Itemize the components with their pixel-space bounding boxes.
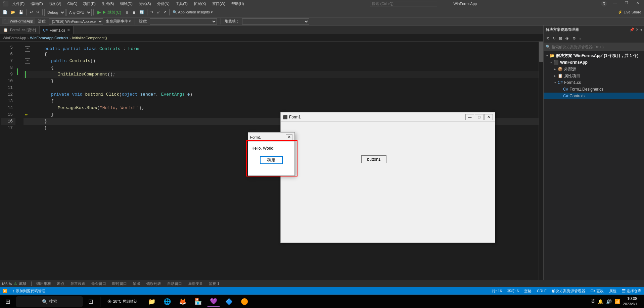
se-sync-button[interactable]: ⟲ bbox=[545, 36, 551, 41]
live-share-button[interactable]: ⚡ Live Share bbox=[616, 9, 643, 15]
taskbar-vs[interactable]: 💜 bbox=[207, 296, 220, 307]
taskbar-store[interactable]: 🏪 bbox=[192, 296, 204, 307]
taskview-button[interactable]: ⊡ bbox=[86, 296, 96, 307]
taskbar-clock[interactable]: 10:08 2023/9/1 bbox=[623, 296, 637, 307]
tree-item-form1-designer[interactable]: C# Form1.Designer.cs bbox=[544, 86, 644, 93]
stack-dropdown[interactable] bbox=[242, 18, 309, 24]
git-changes-status[interactable]: Git 更改 bbox=[591, 289, 604, 294]
thread-dropdown[interactable] bbox=[150, 18, 217, 24]
pause-button[interactable]: ⏸ bbox=[124, 10, 130, 15]
collapse-12[interactable]: — bbox=[25, 92, 30, 97]
step-out-button[interactable]: ↗ bbox=[162, 9, 168, 15]
platform-dropdown[interactable]: Any CPU bbox=[66, 9, 92, 16]
se-expand-icon[interactable]: ◂ bbox=[640, 28, 642, 32]
add-to-source-label[interactable]: ↑ 添加到源代码管理… bbox=[13, 289, 49, 294]
bottom-tab-breakpoints[interactable]: 断点 bbox=[54, 280, 67, 287]
bottom-tab-exceptions[interactable]: 异常设置 bbox=[68, 280, 88, 287]
tree-item-properties[interactable]: ▸ 📋 属性项目 bbox=[544, 72, 644, 79]
taskbar-firefox[interactable]: 🦊 bbox=[176, 296, 189, 307]
collapse-7[interactable]: — bbox=[25, 58, 30, 64]
close-button[interactable]: ✕ bbox=[634, 1, 641, 7]
msgbox-ok-button[interactable]: 确定 bbox=[260, 156, 283, 164]
se-refresh-button[interactable]: ↻ bbox=[551, 36, 557, 41]
restore-button[interactable]: ❐ bbox=[623, 1, 630, 7]
menu-view[interactable]: 视图(V) bbox=[47, 1, 63, 7]
form1-button1[interactable]: button1 bbox=[361, 155, 386, 163]
show-desktop-icon[interactable] bbox=[640, 297, 641, 307]
menu-help[interactable]: 帮助(H) bbox=[229, 1, 246, 7]
search-button[interactable]: 🔍 搜索 bbox=[16, 296, 83, 307]
se-show-all-button[interactable]: 👁 bbox=[564, 36, 570, 41]
tree-item-controls[interactable]: C# Controls bbox=[544, 93, 644, 99]
step-into-button[interactable]: ↙ bbox=[155, 9, 161, 15]
network-icon[interactable]: 📶 bbox=[614, 299, 620, 304]
taskbar-vscode[interactable]: 🔷 bbox=[223, 296, 235, 307]
form1-maximize-button[interactable]: □ bbox=[475, 114, 484, 120]
menu-git[interactable]: Git(G) bbox=[65, 1, 79, 6]
notification-icon[interactable]: 🔔 bbox=[598, 299, 603, 304]
open-file-button[interactable]: 📂 bbox=[9, 9, 17, 15]
tree-item-external-deps[interactable]: ▸ 📦 外部源 bbox=[544, 66, 644, 72]
volume-icon[interactable]: 🔊 bbox=[606, 299, 612, 304]
save-button[interactable]: 💾 bbox=[17, 9, 25, 15]
se-collapse-button[interactable]: ⊟ bbox=[558, 36, 563, 41]
start-button[interactable]: ⊞ bbox=[3, 296, 13, 307]
menu-analyze[interactable]: 分析(N) bbox=[155, 1, 172, 7]
bottom-tab-callstack[interactable]: 调用堆栈 bbox=[34, 280, 54, 287]
bottom-tab-autos[interactable]: 自动窗口 bbox=[165, 280, 185, 287]
tab-close-icon[interactable]: ✕ bbox=[67, 28, 70, 32]
menu-build[interactable]: 生成(B) bbox=[100, 1, 116, 7]
collapse-5[interactable]: — bbox=[25, 46, 30, 52]
editor-scrollbar[interactable] bbox=[539, 42, 543, 280]
menu-window[interactable]: 窗口(W) bbox=[210, 1, 228, 7]
tab-form1-design[interactable]: 📋 Form1.cs [设计] bbox=[0, 26, 40, 34]
lifecycle-label[interactable]: 生命周期事件 ▾ bbox=[106, 19, 131, 24]
se-pin-icon[interactable]: 📌 bbox=[630, 28, 634, 32]
winformsapp-tab[interactable]: ⬛ WinFormsApp bbox=[2, 18, 35, 24]
tab-form1-cs[interactable]: C# Form1.cs ✕ bbox=[40, 26, 74, 34]
bottom-tab-errorlist[interactable]: 错误列表 bbox=[144, 280, 164, 287]
global-search-input[interactable] bbox=[370, 1, 437, 6]
undo-button[interactable]: ↩ bbox=[29, 9, 34, 15]
properties-status[interactable]: 属性 bbox=[609, 289, 616, 294]
menu-tools[interactable]: 工具(T) bbox=[174, 1, 190, 7]
menu-debug[interactable]: 调试(D) bbox=[118, 1, 135, 7]
breadcrumb-method[interactable]: InitializeComponent() bbox=[72, 36, 107, 40]
breadcrumb-file[interactable]: WinFormsApp.Controls bbox=[30, 36, 68, 40]
menu-edit[interactable]: 编辑(E) bbox=[29, 1, 45, 7]
bottom-tab-output[interactable]: 输出 bbox=[130, 280, 143, 287]
menu-extensions[interactable]: 扩展(X) bbox=[192, 1, 208, 7]
se-sort-button[interactable]: ↕ bbox=[578, 36, 583, 41]
process-dropdown[interactable]: [17816] WinFormsApp.exe bbox=[49, 18, 103, 24]
msgbox-close-button[interactable]: ✕ bbox=[286, 134, 292, 140]
tree-item-form1[interactable]: ▾ C# Form1.cs bbox=[544, 79, 644, 86]
select-repo-label[interactable]: ☰ 选择仓库 bbox=[622, 289, 641, 294]
bottom-tab-command[interactable]: 命令窗口 bbox=[89, 280, 109, 287]
se-close-icon[interactable]: ✕ bbox=[636, 28, 639, 32]
app-insights-button[interactable]: 🔍 Application Insights ▾ bbox=[171, 9, 214, 15]
step-over-button[interactable]: ↷ bbox=[149, 9, 155, 15]
form1-minimize-button[interactable]: — bbox=[465, 114, 474, 120]
debug-config-dropdown[interactable]: Debug bbox=[44, 9, 65, 16]
se-filter-button[interactable]: ⚙ bbox=[571, 36, 577, 41]
solution-explorer-status[interactable]: 解决方案资源管理器 bbox=[552, 289, 585, 294]
tree-item-project[interactable]: ▾ ⬛ WinFormsApp bbox=[544, 59, 644, 66]
taskbar-lang[interactable]: 英 bbox=[591, 299, 595, 304]
taskbar-explorer[interactable]: 📁 bbox=[145, 296, 158, 307]
solution-search-input[interactable] bbox=[552, 45, 642, 49]
bottom-tab-immediate[interactable]: 即时窗口 bbox=[109, 280, 130, 287]
taskbar-edge[interactable]: 🌐 bbox=[161, 296, 174, 307]
taskbar-orange-app[interactable]: 🟠 bbox=[238, 296, 251, 307]
bottom-tab-watch1[interactable]: 监视 1 bbox=[206, 280, 222, 287]
weather-widget[interactable]: ☀ 28°C 局部晴朗 bbox=[104, 296, 140, 307]
bottom-tab-locals[interactable]: 局部变量 bbox=[185, 280, 205, 287]
stop-button[interactable]: ⏹ bbox=[131, 10, 137, 15]
play-button[interactable]: ▶ ▶ 继续(C) bbox=[95, 9, 123, 16]
redo-button[interactable]: ↪ bbox=[35, 9, 41, 15]
menu-file[interactable]: 文件(F) bbox=[10, 1, 27, 7]
menu-test[interactable]: 测试(S) bbox=[137, 1, 153, 7]
tree-item-solution[interactable]: ▾ 📂 解决方案 'WinFormsApp' (1 个项目，共 1 个) bbox=[544, 52, 644, 59]
restart-button[interactable]: 🔄 bbox=[138, 9, 145, 15]
form1-close-button[interactable]: ✕ bbox=[484, 114, 493, 120]
new-file-button[interactable]: 📄 bbox=[1, 9, 9, 15]
